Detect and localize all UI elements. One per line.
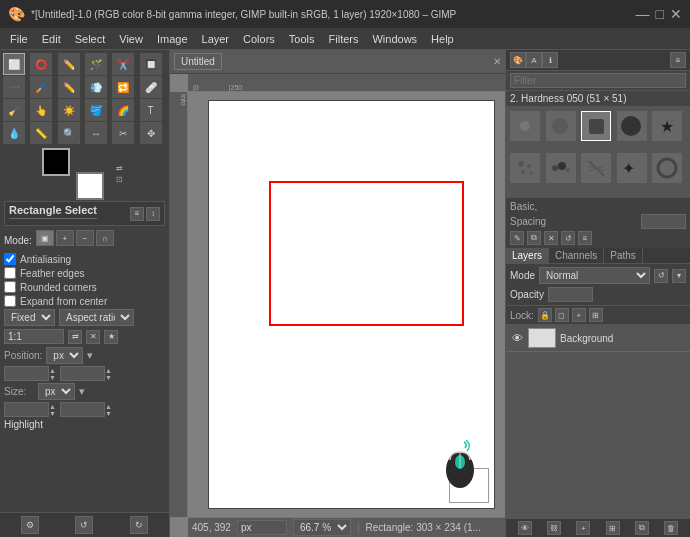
layer-visibility-icon[interactable]: 👁 [510,331,524,345]
fixed-select[interactable]: Fixed [4,309,55,326]
right-icon-info[interactable]: ℹ [542,52,558,68]
minimize-button[interactable]: — [636,6,650,22]
brush-5[interactable]: ★ [652,111,682,141]
brush-delete-icon[interactable]: ✕ [544,231,558,245]
layer-mode-select[interactable]: Normal [539,267,650,284]
options-scroll-icon[interactable]: ↕ [146,207,160,221]
ratio-input[interactable] [4,329,64,344]
opacity-input[interactable]: 100.0 [548,287,593,302]
w-input[interactable]: 303 [4,402,49,417]
tool-clone[interactable]: 🔁 [112,76,134,98]
toolbox-undo-icon[interactable]: ↺ [75,516,93,534]
expand-from-center-checkbox[interactable] [4,295,16,307]
tool-gradient[interactable]: 🌈 [112,99,134,121]
lock-alpha-icon[interactable]: ◻ [555,308,569,322]
tool-crop[interactable]: ✂ [112,122,134,144]
brush-edit-icon[interactable]: ✎ [510,231,524,245]
foreground-color[interactable] [42,148,70,176]
canvas-close-button[interactable]: ✕ [493,56,501,67]
y-input[interactable]: 158 [60,366,105,381]
brush-3[interactable] [581,111,611,141]
tool-dodge[interactable]: ☀️ [58,99,80,121]
x-down-arrow[interactable]: ▼ [49,374,56,381]
layer-group-icon[interactable]: ⊞ [606,521,620,535]
tool-free-select[interactable]: ✏️ [58,53,80,75]
tool-rect-select[interactable]: ⬜ [3,53,25,75]
right-icon-font[interactable]: A [526,52,542,68]
w-up-arrow[interactable]: ▲ [49,403,56,410]
menu-help[interactable]: Help [425,32,460,46]
tool-smudge[interactable]: 👆 [30,99,52,121]
aspect-ratio-select[interactable]: Aspect ratio [59,309,134,326]
rounded-corners-checkbox[interactable] [4,281,16,293]
h-input[interactable]: 234 [60,402,105,417]
tool-airbrush[interactable]: 💨 [85,76,107,98]
brush-menu-icon[interactable]: ≡ [578,231,592,245]
ratio-bookmark-icon[interactable]: ★ [104,330,118,344]
right-icon-color[interactable]: 🎨 [510,52,526,68]
brush-duplicate-icon[interactable]: ⧉ [527,231,541,245]
reset-colors-icon[interactable]: ⊡ [116,175,123,184]
brush-8[interactable] [581,153,611,183]
menu-colors[interactable]: Colors [237,32,281,46]
layer-mode-menu-icon[interactable]: ▾ [672,269,686,283]
menu-tools[interactable]: Tools [283,32,321,46]
canvas-content[interactable] [188,92,505,517]
tool-color-picker[interactable]: 💧 [3,122,25,144]
tool-scissors[interactable]: ✂️ [112,53,134,75]
spacing-input[interactable]: 10.0 [641,214,686,229]
size-unit[interactable]: px [38,383,75,400]
h-down-arrow[interactable]: ▼ [105,410,112,417]
layer-mode-rotate-icon[interactable]: ↺ [654,269,668,283]
menu-file[interactable]: File [4,32,34,46]
menu-view[interactable]: View [113,32,149,46]
menu-image[interactable]: Image [151,32,194,46]
swap-colors-icon[interactable]: ⇄ [116,164,123,173]
y-down-arrow[interactable]: ▼ [105,374,112,381]
antialiasing-checkbox[interactable] [4,253,16,265]
layer-duplicate-icon[interactable]: ⧉ [635,521,649,535]
coords-unit-input[interactable] [237,520,287,535]
tool-bucket[interactable]: 🪣 [85,99,107,121]
tool-zoom[interactable]: 🔍 [58,122,80,144]
canvas-tab[interactable]: Untitled [174,53,222,70]
layer-add-icon[interactable]: + [576,521,590,535]
x-input[interactable]: 102 [4,366,49,381]
layer-link-icon[interactable]: ⛓ [547,521,561,535]
h-up-arrow[interactable]: ▲ [105,403,112,410]
tool-pencil[interactable]: ✏️ [58,76,80,98]
close-button[interactable]: ✕ [670,6,682,22]
tool-ellipse-select[interactable]: ⭕ [30,53,52,75]
menu-select[interactable]: Select [69,32,112,46]
toolbox-redo-icon[interactable]: ↻ [130,516,148,534]
ratio-clear-icon[interactable]: ✕ [86,330,100,344]
tool-text[interactable]: T [140,99,162,121]
toolbox-settings-icon[interactable]: ⚙ [21,516,39,534]
tool-move[interactable]: ✥ [140,122,162,144]
brush-10[interactable] [652,153,682,183]
lock-pixels-icon[interactable]: 🔒 [538,308,552,322]
menu-edit[interactable]: Edit [36,32,67,46]
background-color[interactable] [76,172,104,200]
layer-item[interactable]: 👁 Background [506,325,690,352]
mode-add[interactable]: + [56,230,74,246]
w-down-arrow[interactable]: ▼ [49,410,56,417]
brush-6[interactable] [510,153,540,183]
mode-intersect[interactable]: ∩ [96,230,114,246]
maximize-button[interactable]: □ [656,6,664,22]
layer-delete-icon[interactable]: 🗑 [664,521,678,535]
options-menu-icon[interactable]: ≡ [130,207,144,221]
brush-7[interactable] [546,153,576,183]
layer-bottom-eye-icon[interactable]: 👁 [518,521,532,535]
ratio-swap-icon[interactable]: ⇄ [68,330,82,344]
zoom-select[interactable]: 66.7 % [293,519,351,536]
tool-transform[interactable]: ↔️ [85,122,107,144]
tool-paint[interactable]: 🖌️ [30,76,52,98]
feather-edges-checkbox[interactable] [4,267,16,279]
tool-fg-select[interactable]: 🔲 [140,53,162,75]
right-icon-menu[interactable]: ≡ [670,52,686,68]
filter-input[interactable] [510,73,686,88]
tool-eraser[interactable]: 🧹 [3,99,25,121]
brush-9[interactable]: ✦ [617,153,647,183]
tab-channels[interactable]: Channels [549,248,604,263]
